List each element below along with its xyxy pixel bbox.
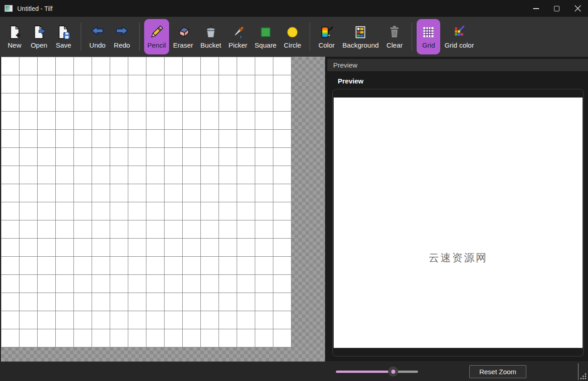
app-icon: [5, 5, 13, 12]
resize-grip-icon[interactable]: [580, 373, 582, 375]
redo-label: Redo: [114, 41, 130, 49]
eraser-label: Eraser: [173, 41, 193, 49]
square-button[interactable]: Square: [252, 19, 280, 54]
toolbar-separator: [139, 23, 140, 51]
toolbar-separator: [412, 23, 412, 51]
background-button[interactable]: Background: [339, 19, 382, 54]
circle-button[interactable]: Circle: [281, 19, 304, 54]
save-icon: [56, 24, 71, 40]
grid-color-label: Grid color: [444, 41, 474, 49]
reset-zoom-button[interactable]: Reset Zoom: [469, 365, 526, 378]
preview-panel: Preview Preview 云速资源网: [325, 57, 588, 361]
grid-color-button[interactable]: Grid color: [441, 19, 477, 54]
window-controls: [525, 0, 588, 17]
toolbar: New Open Save Undo Redo: [0, 17, 588, 57]
new-file-icon: [7, 24, 22, 40]
maximize-icon: [554, 6, 559, 11]
color-label: Color: [318, 41, 335, 49]
eraser-icon: [175, 24, 191, 40]
open-button[interactable]: Open: [27, 19, 51, 54]
minimize-button[interactable]: [525, 0, 546, 17]
square-label: Square: [255, 41, 277, 49]
status-bar: Reset Zoom: [0, 361, 588, 381]
redo-icon: [114, 24, 130, 40]
close-button[interactable]: [567, 0, 588, 17]
eraser-button[interactable]: Eraser: [170, 19, 196, 54]
zoom-slider-track[interactable]: [336, 371, 418, 373]
undo-icon: [90, 24, 105, 40]
toolbar-separator: [81, 23, 81, 51]
picker-button[interactable]: Picker: [225, 19, 251, 54]
zoom-slider-thumb[interactable]: [388, 366, 398, 376]
grid-button[interactable]: Grid: [417, 19, 440, 54]
pencil-label: Pencil: [147, 41, 166, 49]
preview-frame: 云速资源网: [332, 89, 584, 357]
color-swatch-icon: [319, 24, 334, 40]
undo-label: Undo: [89, 41, 106, 49]
watermark-text: 云速资源网: [429, 251, 488, 265]
square-icon: [258, 24, 273, 40]
window-title: Untitled - Tilf: [17, 5, 53, 12]
clear-label: Clear: [386, 41, 403, 49]
main-area: Preview Preview 云速资源网: [0, 57, 588, 361]
minimize-icon: [533, 8, 539, 9]
color-button[interactable]: Color: [315, 19, 338, 54]
open-file-icon: [31, 24, 47, 40]
grid-color-icon: [452, 24, 467, 40]
save-button[interactable]: Save: [52, 19, 75, 54]
color-picker-icon: [230, 24, 246, 40]
circle-label: Circle: [284, 41, 301, 49]
undo-button[interactable]: Undo: [86, 19, 109, 54]
picker-label: Picker: [228, 41, 248, 49]
grid-label: Grid: [422, 41, 435, 49]
preview-canvas: 云速资源网: [334, 98, 583, 348]
trash-icon: [387, 24, 402, 40]
open-label: Open: [31, 41, 48, 49]
preview-heading: Preview: [338, 77, 588, 85]
bucket-icon: [203, 24, 219, 40]
zoom-slider-fill: [336, 371, 394, 373]
preview-dock-tab: Preview: [327, 59, 588, 71]
pencil-icon: [149, 24, 164, 40]
new-label: New: [8, 41, 21, 49]
maximize-button[interactable]: [546, 0, 567, 17]
statusbar-separator: [578, 363, 578, 380]
preview-tab-label: Preview: [333, 61, 357, 69]
grid-icon: [421, 24, 436, 40]
clear-button[interactable]: Clear: [383, 19, 406, 54]
bucket-button[interactable]: Bucket: [197, 19, 224, 54]
pencil-button[interactable]: Pencil: [144, 19, 169, 54]
canvas-panel: [0, 57, 325, 361]
bucket-label: Bucket: [200, 41, 221, 49]
redo-button[interactable]: Redo: [110, 19, 134, 54]
circle-icon: [285, 24, 300, 40]
save-label: Save: [56, 41, 71, 49]
background-palette-icon: [353, 24, 368, 40]
background-label: Background: [342, 41, 379, 49]
drawing-canvas-grid[interactable]: [1, 57, 292, 347]
toolbar-separator: [310, 23, 310, 51]
title-bar: Untitled - Tilf: [0, 0, 588, 17]
close-icon: [574, 5, 581, 12]
new-button[interactable]: New: [3, 19, 26, 54]
